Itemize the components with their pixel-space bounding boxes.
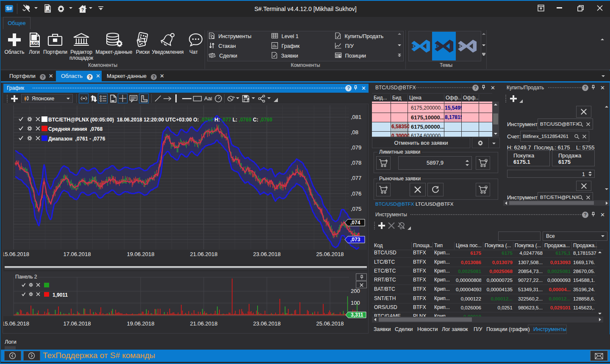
svg-text:23.06.2018: 23.06.2018	[253, 320, 280, 327]
svg-text:23.06.2018: 23.06.2018	[253, 251, 280, 257]
svg-text:BTC/ETH@PLNX (00:05:00) 18.06: BTC/ETH@PLNX (00:05:00) 18.06.2018 12:20…	[48, 117, 272, 123]
svg-text:17.06.2018: 17.06.2018	[63, 320, 91, 327]
svg-text:?: ?	[81, 8, 84, 12]
svg-text:100: 100	[351, 300, 360, 306]
svg-text:Панель 2: Панель 2	[15, 274, 37, 280]
svg-text:,074: ,074	[350, 220, 360, 226]
svg-text:19.06.2018: 19.06.2018	[127, 320, 154, 327]
svg-text:19.06.2018: 19.06.2018	[127, 251, 154, 257]
svg-text:15.06.2018: 15.06.2018	[3, 251, 29, 257]
svg-text:LOG: LOG	[30, 41, 39, 45]
svg-text:25.06.2018: 25.06.2018	[316, 251, 344, 257]
svg-text:1,9011: 1,9011	[53, 292, 68, 298]
svg-text:,077: ,077	[351, 175, 361, 181]
svg-text:LOG: LOG	[45, 10, 50, 12]
svg-text:Диапазон ,0761 - ,0776: Диапазон ,0761 - ,0776	[48, 136, 105, 142]
svg-text:25.06.2018: 25.06.2018	[316, 320, 344, 327]
svg-text:17.06.2018: 17.06.2018	[63, 251, 91, 257]
svg-text:,08: ,08	[351, 129, 358, 135]
svg-text:,075: ,075	[351, 206, 361, 212]
svg-text:21.06.2018: 21.06.2018	[190, 251, 217, 257]
svg-text:,081: ,081	[351, 114, 361, 120]
svg-text:,073: ,073	[350, 237, 360, 243]
svg-text:15.06.2018: 15.06.2018	[3, 320, 29, 327]
svg-text:3,311: 3,311	[351, 312, 363, 318]
svg-text:200: 200	[351, 288, 360, 294]
svg-text:,078: ,078	[351, 160, 361, 166]
svg-text:,079: ,079	[351, 144, 361, 151]
svg-text:21.06.2018: 21.06.2018	[190, 320, 217, 327]
svg-text:,076: ,076	[351, 190, 361, 197]
svg-text:Средняя линия ,0768: Средняя линия ,0768	[48, 126, 103, 132]
